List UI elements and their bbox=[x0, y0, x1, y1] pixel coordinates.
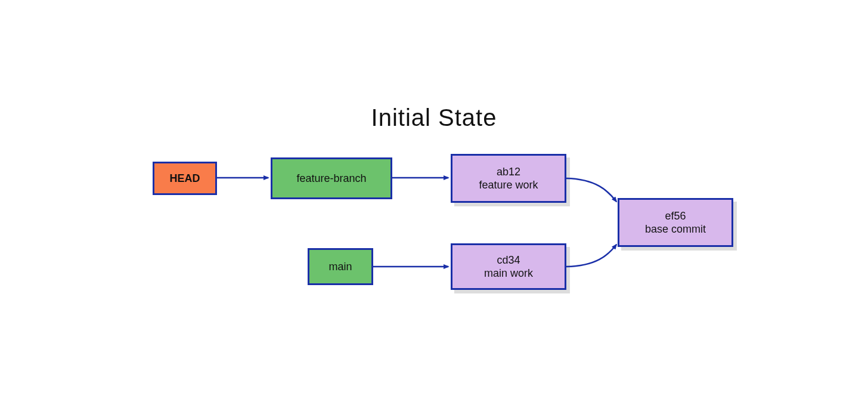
node-feature-branch-label: feature-branch bbox=[296, 172, 366, 186]
node-head-label: HEAD bbox=[169, 172, 200, 186]
node-commit-ab12-hash: ab12 bbox=[497, 165, 520, 179]
arrows bbox=[0, 0, 868, 405]
node-commit-cd34-hash: cd34 bbox=[497, 253, 520, 267]
node-commit-ef56-desc: base commit bbox=[645, 222, 706, 236]
node-commit-ab12: ab12 feature work bbox=[451, 154, 566, 203]
arrow-ab12-to-ef56 bbox=[566, 178, 616, 202]
diagram-canvas: Initial State HEAD feature-branch main a… bbox=[0, 0, 868, 405]
diagram-title: Initial State bbox=[0, 104, 868, 131]
node-head: HEAD bbox=[153, 162, 217, 195]
node-commit-cd34: cd34 main work bbox=[451, 243, 566, 290]
node-feature-branch: feature-branch bbox=[271, 157, 392, 199]
node-main-label: main bbox=[328, 260, 352, 274]
node-commit-ef56-hash: ef56 bbox=[665, 209, 686, 223]
node-main: main bbox=[308, 248, 373, 285]
node-commit-cd34-desc: main work bbox=[484, 267, 533, 280]
node-commit-ab12-desc: feature work bbox=[479, 178, 538, 192]
arrow-cd34-to-ef56 bbox=[566, 245, 616, 267]
node-commit-ef56: ef56 base commit bbox=[618, 198, 733, 247]
